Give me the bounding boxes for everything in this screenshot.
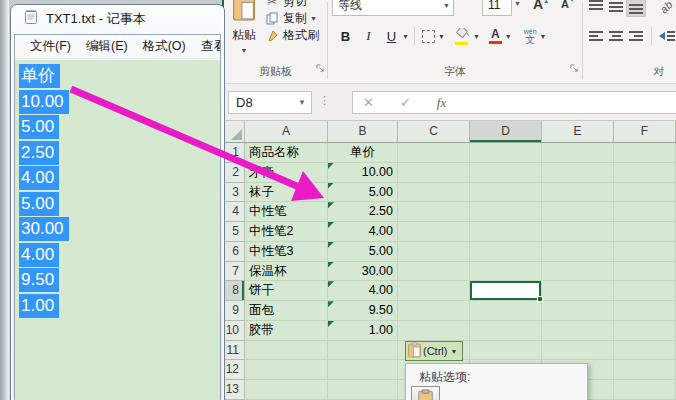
cell-E1[interactable]: [542, 143, 614, 163]
row-header-10[interactable]: 10: [224, 321, 245, 341]
align-bottom-button[interactable]: [626, 0, 646, 17]
cell-C5[interactable]: [398, 222, 470, 242]
cell-E8[interactable]: [542, 281, 614, 301]
cell-A12[interactable]: [245, 360, 328, 380]
cell-F4[interactable]: [614, 202, 676, 222]
cell-A9[interactable]: 面包: [245, 301, 328, 321]
cell-D2[interactable]: [470, 163, 542, 183]
cell-C3[interactable]: [398, 183, 470, 203]
font-color-button[interactable]: A: [489, 28, 502, 44]
font-size-dropdown-arrow[interactable]: ▼: [514, 0, 521, 7]
orientation-button[interactable]: ab: [656, 0, 676, 17]
italic-button[interactable]: I: [361, 26, 376, 46]
column-header-B[interactable]: B: [328, 121, 398, 143]
cancel-icon[interactable]: ✕: [363, 95, 374, 110]
font-color-dropdown-arrow[interactable]: ▼: [505, 33, 512, 40]
column-header-D[interactable]: D: [470, 121, 542, 143]
cell-C10[interactable]: [398, 321, 470, 341]
row-header-13[interactable]: 13: [224, 380, 245, 400]
align-right-button[interactable]: [626, 26, 646, 46]
cell-E4[interactable]: [542, 202, 614, 222]
cell-B2[interactable]: 10.00: [328, 163, 398, 183]
cell-E3[interactable]: [542, 183, 614, 203]
row-header-9[interactable]: 9: [224, 301, 245, 321]
cell-E7[interactable]: [542, 262, 614, 282]
cell-F2[interactable]: [614, 163, 676, 183]
cell-D5[interactable]: [470, 222, 542, 242]
cell-C7[interactable]: [398, 262, 470, 282]
row-header-8[interactable]: 8: [224, 281, 245, 301]
copy-button[interactable]: 复制 ▼: [264, 10, 319, 27]
notepad-title-bar[interactable]: TXT1.txt - 记事本: [11, 5, 224, 33]
cell-D10[interactable]: [470, 321, 542, 341]
cell-F8[interactable]: [614, 281, 676, 301]
paste-dropdown-arrow[interactable]: ▼: [241, 47, 248, 54]
align-middle-button[interactable]: [606, 0, 626, 17]
cell-F5[interactable]: [614, 222, 676, 242]
formula-bar[interactable]: ✕ ✓ fx: [352, 91, 676, 114]
row-header-6[interactable]: 6: [224, 242, 245, 262]
cell-B8[interactable]: 4.00: [328, 281, 398, 301]
borders-button[interactable]: [422, 30, 435, 43]
cell-B6[interactable]: 5.00: [328, 242, 398, 262]
cell-D3[interactable]: [470, 183, 542, 203]
font-name-dropdown-arrow[interactable]: ▼: [443, 2, 450, 9]
cell-C1[interactable]: [398, 143, 470, 163]
notepad-menu-item[interactable]: 格式(O): [143, 38, 186, 55]
paste-button[interactable]: 粘贴 ▼: [228, 0, 260, 58]
row-header-4[interactable]: 4: [224, 202, 245, 222]
decrease-indent-button[interactable]: [657, 26, 676, 46]
cell-D6[interactable]: [470, 242, 542, 262]
cell-A10[interactable]: 胶带: [245, 321, 328, 341]
cell-A13[interactable]: [245, 380, 328, 400]
cell-B5[interactable]: 4.00: [328, 222, 398, 242]
cell-B7[interactable]: 30.00: [328, 262, 398, 282]
row-header-12[interactable]: 12: [224, 360, 245, 380]
cell-F9[interactable]: [614, 301, 676, 321]
cell-F6[interactable]: [614, 242, 676, 262]
copy-dropdown-arrow[interactable]: ▼: [310, 15, 317, 22]
borders-dropdown-arrow[interactable]: ▼: [438, 33, 445, 40]
cell-A5[interactable]: 中性笔2: [245, 222, 328, 242]
paste-options-button[interactable]: (Ctrl) ▼: [405, 341, 463, 361]
row-header-3[interactable]: 3: [224, 183, 245, 203]
cell-F7[interactable]: [614, 262, 676, 282]
format-painter-button[interactable]: 格式刷: [264, 27, 319, 44]
cell-B1[interactable]: 单价: [328, 143, 398, 163]
enter-icon[interactable]: ✓: [400, 95, 411, 110]
cell-A1[interactable]: 商品名称: [245, 143, 328, 163]
row-header-1[interactable]: 1: [224, 143, 245, 163]
cell-C6[interactable]: [398, 242, 470, 262]
cell-D11[interactable]: [470, 341, 542, 361]
notepad-text-area[interactable]: 单价10.005.002.504.005.0030.004.009.501.00: [15, 60, 220, 400]
fill-handle[interactable]: [537, 296, 543, 302]
cell-A4[interactable]: 中性笔: [245, 202, 328, 222]
column-header-A[interactable]: A: [245, 121, 328, 143]
column-header-E[interactable]: E: [542, 121, 614, 143]
font-size-combo[interactable]: 11: [482, 0, 512, 16]
cell-B10[interactable]: 1.00: [328, 321, 398, 341]
row-header-5[interactable]: 5: [224, 222, 245, 242]
phonetic-guide-button[interactable]: wén 文: [524, 28, 537, 45]
cell-A8[interactable]: 饼干: [245, 281, 328, 301]
increase-font-size-button[interactable]: A▲: [533, 0, 549, 12]
cell-D8[interactable]: [470, 281, 542, 301]
cell-B3[interactable]: 5.00: [328, 183, 398, 203]
align-center-button[interactable]: [606, 26, 626, 46]
cell-C8[interactable]: [398, 281, 470, 301]
cell-E2[interactable]: [542, 163, 614, 183]
cell-C9[interactable]: [398, 301, 470, 321]
cell-A2[interactable]: 牙膏: [245, 163, 328, 183]
cell-F11[interactable]: [614, 341, 676, 361]
cell-D4[interactable]: [470, 202, 542, 222]
cell-A3[interactable]: 袜子: [245, 183, 328, 203]
cell-A6[interactable]: 中性笔3: [245, 242, 328, 262]
decrease-font-size-button[interactable]: A▼: [561, 0, 575, 10]
cell-F13[interactable]: [614, 380, 676, 400]
cell-B11[interactable]: [328, 341, 398, 361]
notepad-menu-item[interactable]: 文件(F): [30, 38, 71, 55]
cell-A11[interactable]: [245, 341, 328, 361]
cell-B12[interactable]: [328, 360, 398, 380]
font-name-combo[interactable]: 等线 ▼: [332, 0, 454, 16]
cell-A7[interactable]: 保温杯: [245, 262, 328, 282]
